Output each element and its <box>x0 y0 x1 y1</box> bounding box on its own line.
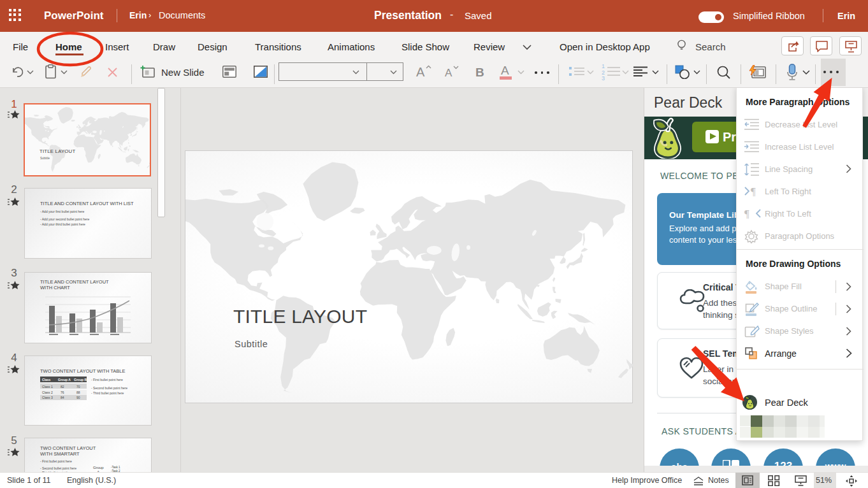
svg-text:Class: Class <box>42 378 51 382</box>
svg-text:90: 90 <box>76 396 80 399</box>
svg-text:88: 88 <box>76 391 80 394</box>
svg-text:Class 2: Class 2 <box>42 391 53 394</box>
svg-text:Class 3: Class 3 <box>42 396 53 399</box>
svg-text:¶: ¶ <box>751 185 756 197</box>
svg-text:82: 82 <box>61 385 64 389</box>
svg-text:Class 1: Class 1 <box>42 385 53 389</box>
svg-text:Group A: Group A <box>58 378 71 382</box>
svg-text:84: 84 <box>61 396 64 399</box>
svg-text:¶: ¶ <box>744 208 749 219</box>
svg-text:76: 76 <box>61 391 64 394</box>
svg-text:Group B: Group B <box>74 378 87 382</box>
svg-text:70: 70 <box>76 385 80 389</box>
